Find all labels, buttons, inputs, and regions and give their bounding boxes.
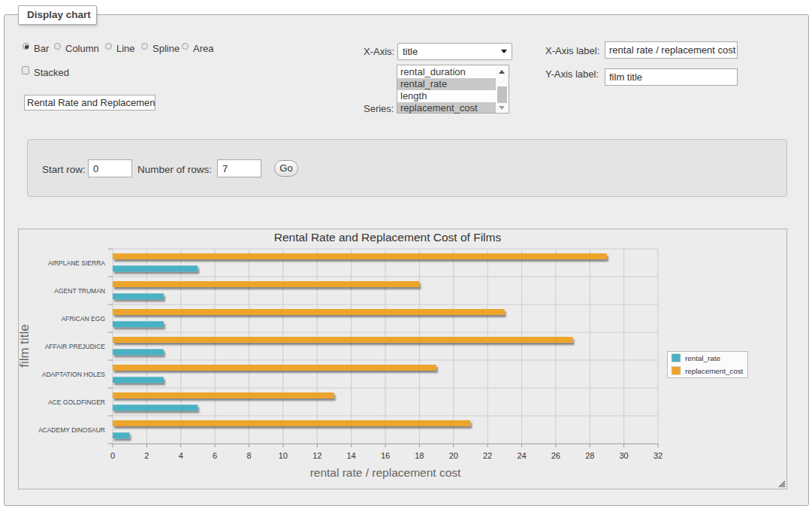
svg-text:rental rate / replacement cost: rental rate / replacement cost bbox=[310, 466, 461, 479]
svg-text:20: 20 bbox=[449, 451, 458, 460]
svg-text:AFFAIR PREJUDICE: AFFAIR PREJUDICE bbox=[45, 343, 106, 350]
svg-text:AIRPLANE SIERRA: AIRPLANE SIERRA bbox=[48, 259, 105, 267]
svg-text:0: 0 bbox=[110, 451, 115, 460]
svg-text:AGENT TRUMAN: AGENT TRUMAN bbox=[54, 287, 105, 295]
svg-text:Rental Rate and Replacement Co: Rental Rate and Replacement Cost of Film… bbox=[274, 231, 502, 244]
svg-text:24: 24 bbox=[517, 451, 526, 460]
svg-text:replacement_cost: replacement_cost bbox=[685, 367, 744, 375]
svg-text:26: 26 bbox=[551, 451, 560, 460]
svg-text:ACADEMY DINOSAUR: ACADEMY DINOSAUR bbox=[38, 426, 105, 434]
svg-text:film title: film title bbox=[18, 324, 32, 368]
svg-text:12: 12 bbox=[312, 451, 321, 460]
svg-text:22: 22 bbox=[483, 451, 492, 460]
svg-text:8: 8 bbox=[246, 451, 251, 460]
svg-text:ADAPTATION HOLES: ADAPTATION HOLES bbox=[42, 371, 106, 378]
svg-text:16: 16 bbox=[381, 451, 390, 460]
svg-text:ACE GOLDFINGER: ACE GOLDFINGER bbox=[48, 398, 105, 406]
svg-text:rental_rate: rental_rate bbox=[685, 354, 720, 362]
svg-text:10: 10 bbox=[279, 451, 288, 460]
svg-text:32: 32 bbox=[654, 451, 663, 460]
svg-text:28: 28 bbox=[585, 451, 594, 460]
svg-text:4: 4 bbox=[179, 451, 183, 460]
svg-text:2: 2 bbox=[144, 451, 149, 460]
svg-text:6: 6 bbox=[213, 451, 217, 460]
svg-text:18: 18 bbox=[415, 451, 424, 460]
svg-text:30: 30 bbox=[619, 451, 628, 460]
svg-text:AFRICAN EGG: AFRICAN EGG bbox=[61, 315, 105, 323]
svg-text:14: 14 bbox=[346, 451, 355, 460]
